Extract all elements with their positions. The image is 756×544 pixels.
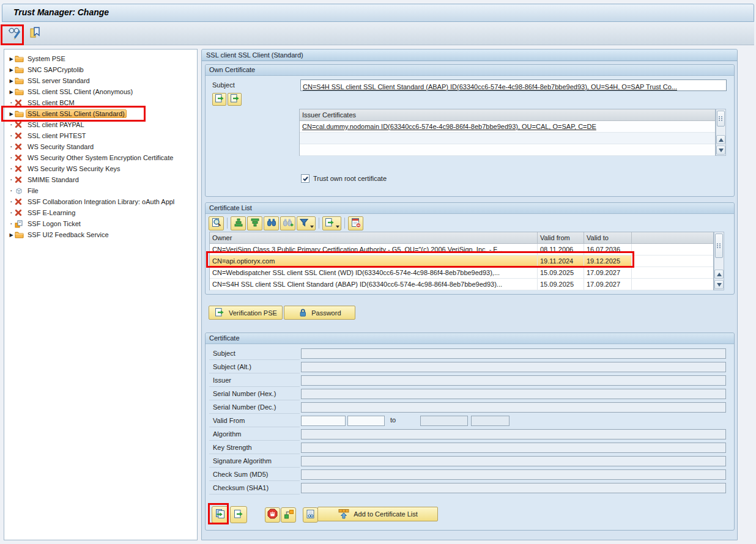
distribute-button[interactable] — [26, 25, 43, 43]
export-list-button[interactable] — [322, 216, 341, 230]
arrow-down-icon — [717, 283, 722, 287]
scrollbar-thumb[interactable] — [715, 233, 723, 258]
tree-item-label: SSL client SSL Client (Standard) — [26, 109, 127, 118]
tree-item-ssf-collaboration-integration-library-oaut[interactable]: ·SSF Collaboration Integration Library: … — [4, 196, 197, 207]
tree-item-ssl-client-paypal[interactable]: ·SSL client PAYPAL — [4, 119, 197, 130]
tree-item-system-pse[interactable]: ▶System PSE — [4, 53, 197, 64]
cell-filler — [632, 279, 713, 290]
valid-to-field[interactable] — [420, 416, 468, 426]
add-to-certificate-list-button[interactable]: Add to Certificate List — [317, 507, 438, 521]
display-certificate-button[interactable] — [303, 507, 318, 523]
layout-button[interactable] — [348, 216, 363, 230]
scrollbar-thumb[interactable] — [717, 111, 725, 127]
expander-icon[interactable]: ▶ — [8, 232, 15, 238]
expander-icon[interactable]: ▶ — [8, 78, 15, 84]
valid-from-field[interactable] — [347, 416, 385, 426]
tree-item-ssl-client-bcm[interactable]: ·SSL client BCM — [4, 97, 197, 108]
certificate-row[interactable]: CN=VeriSign Class 3 Public Primary Certi… — [210, 244, 713, 255]
certificate-list-scrollbar[interactable] — [714, 232, 724, 290]
tree-item-ssf-logon-ticket[interactable]: ·SSF Logon Ticket — [4, 218, 197, 229]
export-certificate-button[interactable] — [230, 506, 247, 523]
filter-button[interactable] — [297, 216, 316, 230]
certificate-row[interactable]: CN=Webdispatcher SSL client SSL Client (… — [210, 267, 713, 279]
field-value[interactable] — [301, 443, 726, 453]
field-value[interactable] — [301, 402, 726, 413]
field-label: Checksum (SHA1) — [209, 482, 300, 494]
import-certificate-button[interactable] — [212, 506, 229, 523]
tree-item-ws-security-standard[interactable]: ·WS Security Standard — [4, 141, 197, 152]
field-label: Subject — [209, 347, 300, 360]
expander-icon[interactable]: ▶ — [8, 111, 15, 117]
error-icon — [15, 143, 26, 150]
own-certificate-actions — [212, 93, 242, 106]
import-own-certificate-button[interactable] — [228, 93, 242, 106]
tree-item-smime-standard[interactable]: ·SMIME Standard — [4, 174, 197, 185]
stop-button[interactable] — [265, 507, 280, 523]
column-header-valid-from[interactable]: Valid from — [538, 232, 584, 243]
certificate-row[interactable]: CN=api.optioryx.com19.11.202419.12.2025 — [210, 255, 713, 267]
trust-own-root-checkbox[interactable] — [301, 174, 309, 183]
display-change-button[interactable] — [6, 25, 23, 43]
cell-filler — [632, 244, 713, 255]
field-value[interactable] — [301, 483, 726, 493]
folder-icon — [15, 66, 26, 73]
tree-item-ssl-server-standard[interactable]: ▶SSL server Standard — [4, 75, 197, 86]
expander-icon[interactable]: ▶ — [8, 56, 15, 62]
column-header-owner[interactable]: Owner — [210, 232, 538, 243]
tree-item-ws-security-ws-security-keys[interactable]: ·WS Security WS Security Keys — [4, 163, 197, 174]
sort-ascending-button[interactable] — [231, 216, 246, 230]
scroll-up-button[interactable] — [714, 270, 724, 279]
tree-item-ssf-ui2-feedback-service[interactable]: ▶SSF UI2 Feedback Service — [4, 229, 197, 240]
tree-item-ssf-e-learning[interactable]: ·SSF E-Learning — [4, 207, 197, 218]
own-subject-value: CN=S4H SSL client SSL Client Standard (A… — [303, 83, 677, 90]
find-next-button[interactable] — [280, 216, 295, 230]
tree-item-file[interactable]: ·File — [4, 185, 197, 196]
column-header-valid-to[interactable]: Valid to — [584, 232, 632, 243]
field-value[interactable] — [301, 389, 726, 399]
verification-pse-button[interactable]: Verification PSE — [209, 306, 283, 320]
stop-icon — [267, 508, 278, 521]
dropdown-caret-icon — [310, 226, 314, 228]
replace-certificate-button[interactable] — [281, 507, 296, 523]
details-button[interactable] — [209, 216, 224, 230]
tree-item-ssl-client-ssl-client-anonymous[interactable]: ▶SSL client SSL Client (Anonymous) — [4, 86, 197, 97]
certificate-list-title: Certificate List — [206, 203, 734, 214]
field-label: Key Strength — [209, 441, 300, 454]
issuer-certificate-row[interactable] — [300, 144, 715, 156]
tree-item-ssl-client-ssl-client-standard[interactable]: ▶SSL client SSL Client (Standard) — [4, 108, 197, 119]
expander-icon[interactable]: ▶ — [8, 67, 15, 73]
field-label: Algorithm — [209, 428, 300, 441]
tree-item-ws-security-other-system-encryption-certif[interactable]: ·WS Security Other System Encryption Cer… — [4, 152, 197, 163]
certificate-field-row-valid-from: Valid Fromto — [206, 414, 734, 428]
field-value[interactable] — [301, 362, 726, 372]
find-button[interactable] — [264, 216, 279, 230]
sort-descending-button[interactable] — [247, 216, 262, 230]
issuer-certificate-row[interactable]: CN=cal.dummy.nodomain ID(63340cc6-574e-4… — [300, 121, 715, 133]
issuer-scrollbar[interactable] — [716, 109, 726, 156]
scroll-down-button[interactable] — [716, 145, 725, 155]
certificate-title: Certificate — [206, 333, 734, 344]
field-value[interactable] — [301, 348, 726, 359]
own-subject-field[interactable]: CN=S4H SSL client SSL Client Standard (A… — [300, 79, 727, 91]
page-title: Trust Manager: Change — [13, 7, 109, 17]
find-icon — [266, 217, 277, 230]
field-value[interactable] — [301, 375, 726, 386]
export-own-certificate-button[interactable] — [212, 93, 226, 106]
column-header-filler — [632, 232, 713, 243]
valid-from-field[interactable] — [301, 416, 346, 426]
tree-item-snc-sapcryptolib[interactable]: ▶SNC SAPCryptolib — [4, 64, 197, 75]
tree-item-label: WS Security Standard — [26, 142, 95, 151]
scroll-up-button[interactable] — [716, 135, 725, 144]
expander-icon[interactable]: ▶ — [8, 89, 15, 95]
password-button[interactable]: Password — [284, 306, 355, 320]
certificate-row[interactable]: CN=S4H SSL client SSL Client Standard (A… — [210, 279, 713, 290]
cell-valid-to: 17.09.2027 — [584, 267, 632, 278]
field-value[interactable] — [301, 456, 726, 466]
field-value[interactable] — [301, 469, 726, 480]
tree-item-ssl-client-phtest[interactable]: ·SSL client PHTEST — [4, 130, 197, 141]
folder-icon — [15, 110, 26, 117]
issuer-certificate-row[interactable] — [300, 133, 715, 144]
field-value[interactable] — [301, 429, 726, 439]
scroll-down-button[interactable] — [714, 280, 724, 289]
valid-to-field[interactable] — [471, 416, 510, 426]
